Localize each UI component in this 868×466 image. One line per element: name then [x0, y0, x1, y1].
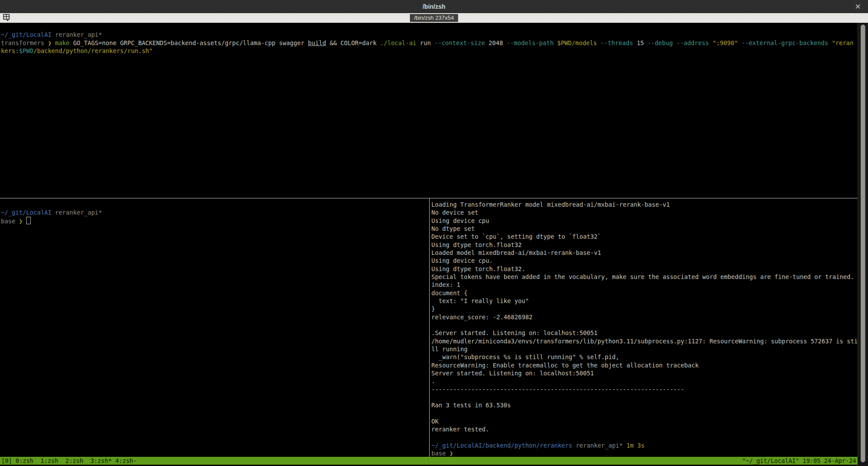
terminal-line: [1, 201, 423, 208]
tmux-status-bar: [0] 0:zsh 1:zsh 2:zsh 3:zsh* 4:zsh- "~/_…: [0, 457, 857, 465]
terminal-line: Using device cpu: [431, 217, 857, 225]
terminal-line: document {: [431, 289, 857, 297]
terminal-line: Special tokens have been added in the vo…: [431, 273, 857, 281]
tmux-terminal: ~/_git/LocalAI reranker_api*transformers…: [0, 23, 857, 466]
scrollbar[interactable]: [857, 23, 868, 466]
pane-border-horizontal[interactable]: [0, 198, 857, 198]
terminal-window: /bin/zsh ✕ /bin/zsh 237x54 ~/_git/LocalA…: [0, 0, 868, 466]
terminal-line: transformers ❯ make GO_TAGS=none GRPC_BA…: [1, 39, 857, 55]
terminal-line: Loaded model mixedbread-ai/mxbai-rerank-…: [431, 249, 857, 257]
terminal-line: Using device cpu.: [431, 257, 857, 265]
terminal-line: text: "I really like you": [431, 297, 857, 305]
terminal-line: Device set to `cpu`, setting dtype to `f…: [431, 233, 857, 240]
pane-bottom-right[interactable]: Loading TransformerRanker model mixedbre…: [431, 201, 857, 456]
terminal-line: index: 1: [431, 281, 857, 289]
terminal-line: Loading TransformerRanker model mixedbre…: [431, 201, 857, 208]
terminal-line: Ran 3 tests in 63.530s: [431, 401, 857, 409]
close-icon[interactable]: ✕: [855, 0, 861, 13]
window-title: /bin/zsh: [423, 3, 445, 10]
terminal-line: ~/_git/LocalAI reranker_api*: [1, 208, 423, 216]
terminal-line: Server started. Listening on: localhost:…: [431, 369, 857, 377]
text-cursor: [26, 217, 31, 224]
size-bar: /bin/zsh 237x54: [0, 13, 868, 23]
status-session-info: "~/_git/LocalAI" 19:05 24-Apr-24: [742, 457, 856, 465]
window-titlebar[interactable]: /bin/zsh ✕: [0, 0, 868, 13]
terminal-size-badge: /bin/zsh 237x54: [410, 14, 458, 22]
terminal-line: /home/mudler/miniconda3/envs/transformer…: [431, 337, 857, 353]
terminal-line: ~/_git/LocalAI/backend/python/rerankers …: [431, 441, 857, 449]
terminal-line: Using dtype torch.float32.: [431, 265, 857, 273]
pane-top[interactable]: ~/_git/LocalAI reranker_api*transformers…: [1, 23, 857, 198]
scrollbar-thumb[interactable]: [861, 25, 865, 462]
terminal-line: No device set: [431, 208, 857, 216]
terminal-line: [431, 393, 857, 401]
terminal-line: ~/_git/LocalAI reranker_api*: [1, 31, 857, 39]
terminal-line: base ❯: [431, 449, 857, 456]
terminal-line: .: [431, 377, 857, 385]
pane-border-vertical[interactable]: [429, 198, 430, 457]
terminal-line: .Server started. Listening on: localhost…: [431, 329, 857, 337]
terminal-line: ----------------------------------------…: [431, 385, 857, 393]
terminal-line: No dtype set: [431, 225, 857, 233]
terminal-line: [431, 434, 857, 441]
terminal-line: relevance_score: -2.46826982: [431, 313, 857, 321]
terminal-line: [431, 410, 857, 417]
terminal-line: }: [431, 305, 857, 313]
terminal-line: OK: [431, 417, 857, 425]
terminal-line: reranker tested.: [431, 425, 857, 433]
status-window-list[interactable]: [0] 0:zsh 1:zsh 2:zsh 3:zsh* 4:zsh-: [1, 457, 137, 465]
terminal-line: [1, 23, 857, 31]
pane-bottom-left[interactable]: ~/_git/LocalAI reranker_api*base ❯: [1, 201, 423, 456]
terminal-line: Using dtype torch.float32: [431, 241, 857, 249]
terminal-line: _warn("subprocess %s is still running" %…: [431, 353, 857, 361]
window-menu-icon[interactable]: [3, 14, 11, 23]
terminal-line: ResourceWarning: Enable tracemalloc to g…: [431, 361, 857, 369]
terminal-line: base ❯: [1, 217, 423, 225]
terminal-line: [431, 321, 857, 329]
